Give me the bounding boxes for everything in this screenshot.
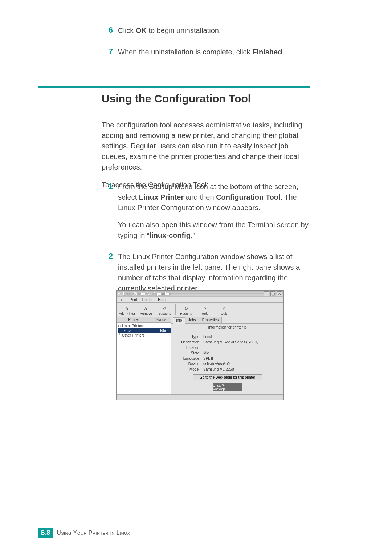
value: Samsung ML-2250 Series (SPL II) [203,340,280,344]
step-number: 2 [102,252,113,261]
config-window: ▾ Linux Printer Configuration – ▢ ✕ File… [116,290,284,400]
key: Model: [175,367,200,371]
page-badge: B.8 [38,528,53,538]
quit-icon: ⎋ [221,306,227,311]
menu-printer[interactable]: Printer [142,298,153,302]
minimize-icon[interactable]: – [264,291,269,296]
step-1-text: From the Startup Menu icon at the bottom… [118,182,309,241]
quit-button[interactable]: ⎋Quit [215,304,233,315]
tree-root[interactable]: ⊟Linux Printers [118,323,170,328]
tab-jobs[interactable]: Jobs [185,317,199,323]
label: lp [128,329,159,333]
help-button[interactable]: ?Help [196,304,214,315]
text: . [282,48,284,56]
resume-button[interactable]: ↻Resume [177,304,195,315]
step-7-text: When the uninstallation is complete, cli… [118,47,284,57]
label: Linux Printers [122,324,170,328]
value [203,346,280,350]
bold: OK [136,27,147,34]
window-titlebar[interactable]: ▾ Linux Printer Configuration – ▢ ✕ [117,291,283,297]
value: Samsung ML-2250 [203,367,280,371]
info-grid: Type:Local Description:Samsung ML-2250 S… [171,331,283,394]
badge-number: 8 [46,529,50,536]
info-row: State:Idle [175,350,280,356]
bold: Linux Printer [139,193,184,201]
remove-button[interactable]: 🖨Remove [137,304,155,315]
value: usb:/dev/usb/lp0 [203,362,280,366]
step-6-text: Click OK to begin uninstallation. [118,25,221,36]
info-row: Description:Samsung ML-2250 Series (SPL … [175,339,280,345]
label: Suspend [158,312,171,315]
tree-other[interactable]: └Other Printers [118,333,170,338]
value: Idle [203,351,280,355]
printer-tree-pane: Printer Status ⊟Linux Printers ✔lpIdle └… [117,317,171,394]
menu-file[interactable]: File [119,298,124,302]
web-page-button[interactable]: Go to the Web page for this printer [193,374,262,380]
add-printer-button[interactable]: 🖨Add Printer [118,304,136,315]
info-row: Device:usb:/dev/usb/lp0 [175,361,280,367]
text: When the uninstallation is complete, cli… [118,48,252,56]
linux-print-package-logo: Linux Print Package [213,383,242,391]
status-bar [117,394,283,400]
label: Remove [140,312,152,315]
bold: Configuration Tool [216,193,280,201]
label: Other Printers [122,333,170,337]
section-heading: Using the Configuration Tool [102,93,251,105]
printer-remove-icon: 🖨 [143,306,149,311]
text: The Linux Printer Configuration window s… [118,253,300,292]
collapse-icon[interactable]: ⊟ [118,324,121,328]
text: You can also open this window from the T… [118,221,309,239]
key: Description: [175,340,200,344]
maximize-icon[interactable]: ▢ [270,291,275,296]
tree-selected-printer[interactable]: ✔lpIdle [118,328,175,333]
text: and then [184,193,216,201]
value: Local [203,335,280,339]
column-printer[interactable]: Printer [117,317,151,322]
menu-bar: File Print Printer Help [117,297,283,303]
value: SPL II [203,357,280,360]
suspend-button[interactable]: ⊘Suspend [156,304,174,315]
menu-help[interactable]: Help [158,298,166,302]
label: Quit [221,312,227,315]
details-pane: Info Jobs Properties Information for pri… [171,317,283,394]
info-heading: Information for printer lp [171,324,283,331]
resume-icon: ↻ [183,306,189,311]
menu-print[interactable]: Print [130,298,137,302]
check-icon: ✔ [123,329,127,333]
help-icon: ? [202,306,208,311]
bold: linux-config [150,231,191,239]
text: .” [191,231,195,239]
info-row: Language:SPL II [175,356,280,361]
key: Device: [175,362,200,366]
text: Click [118,27,136,34]
key: Location: [175,346,200,350]
bold: Finished [252,48,282,56]
footer-title: Using Your Printer in Linux [57,530,130,536]
column-status[interactable]: Status [151,317,171,322]
tab-info[interactable]: Info [173,317,185,324]
intro-paragraph: The configuration tool accesses administ… [102,120,309,172]
leaf-icon: └ [118,333,121,337]
badge-letter: B. [41,530,46,536]
info-row: Model:Samsung ML-2250 [175,367,280,372]
printer-add-icon: 🖨 [124,306,130,311]
window-menu-icon[interactable]: ▾ [118,292,122,296]
info-row: Location: [175,345,280,350]
key: Type: [175,335,200,339]
label: Resume [180,312,192,315]
step-number: 1 [102,182,113,191]
key: State: [175,351,200,355]
key: Language: [175,357,200,360]
tab-properties[interactable]: Properties [199,317,222,323]
label: Help [202,312,209,315]
info-row: Type:Local [175,334,280,339]
label: Add Printer [119,312,135,315]
text: to begin uninstallation. [147,27,221,34]
toolbar-separator [175,304,176,315]
step-number: 6 [102,25,113,35]
step-1-sub: You can also open this window from the T… [118,220,309,241]
suspend-icon: ⊘ [162,306,168,311]
close-icon[interactable]: ✕ [277,291,282,296]
step-number: 7 [102,47,113,56]
toolbar: 🖨Add Printer 🖨Remove ⊘Suspend ↻Resume ?H… [117,303,283,317]
